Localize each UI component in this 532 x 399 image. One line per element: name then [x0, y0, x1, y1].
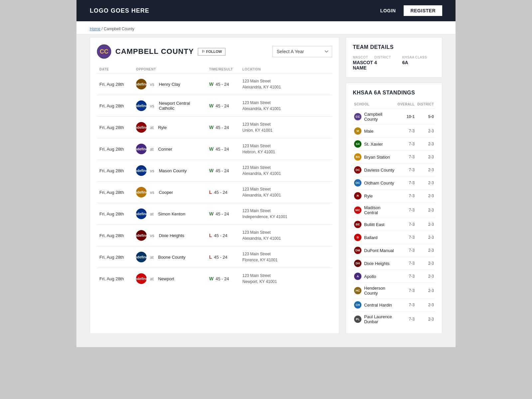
- game-opponent[interactable]: undefined at Ryle: [133, 117, 206, 138]
- standings-school-name[interactable]: Oldham County: [364, 181, 394, 186]
- standings-school-name[interactable]: Bryan Station: [364, 155, 390, 160]
- opponent-logo: undefined: [136, 100, 147, 111]
- standings-school-name[interactable]: Daviess County: [364, 168, 394, 173]
- game-result: W 45 - 24: [206, 203, 240, 225]
- opponent-name[interactable]: Newport Central Catholic: [159, 101, 204, 111]
- game-opponent[interactable]: undefined at Conner: [133, 138, 206, 160]
- standings-school-name[interactable]: Ballard: [364, 235, 377, 240]
- game-opponent[interactable]: undefined vs Henry Clay: [133, 73, 206, 95]
- standings-school-cell[interactable]: B Ballard: [353, 231, 396, 244]
- team-details-card: TEAM DETAILS MASCOT MASCOT NAME DISTRICT…: [346, 37, 442, 77]
- standings-overall: 7-3: [396, 270, 416, 283]
- standings-overall: 7-3: [396, 125, 416, 138]
- standings-col-overall: OVERALL: [396, 101, 416, 109]
- standings-col-district: DISTRICT: [416, 101, 435, 109]
- follow-button[interactable]: ⚐ FOLLOW: [198, 48, 226, 56]
- opponent-name[interactable]: Newport: [158, 276, 174, 281]
- opponent-name[interactable]: Simon Kenton: [158, 211, 185, 216]
- standings-school-cell[interactable]: DH Dixie Heights: [353, 257, 396, 270]
- standings-row: SX St. Xavier 7-3 2-3: [353, 138, 435, 151]
- game-address: 123 Main Street: [242, 186, 330, 192]
- opponent-prefix: vs: [150, 233, 156, 238]
- game-location: 123 Main Street Alexandria, KY 41001: [240, 160, 332, 182]
- standings-school-name[interactable]: St. Xavier: [364, 142, 383, 147]
- year-select[interactable]: Select A Year 2024 2023 2022: [272, 46, 332, 57]
- standings-school-name[interactable]: Male: [364, 129, 373, 134]
- standings-district: 2-3: [416, 151, 435, 164]
- standings-school-name[interactable]: Campbell County: [364, 112, 395, 122]
- standings-district: 2-3: [416, 125, 435, 138]
- breadcrumb-home[interactable]: Home: [90, 27, 100, 31]
- game-location: 123 Main Street Alexandria, KY 41001: [240, 95, 332, 117]
- opponent-name[interactable]: Conner: [158, 147, 172, 152]
- game-opponent[interactable]: undefined vs Mason County: [133, 160, 206, 182]
- result-letter: W: [209, 211, 213, 216]
- game-result: W 45 - 24: [206, 160, 240, 182]
- game-date: Fri, Aug 28th: [97, 225, 133, 246]
- game-location: 123 Main Street Newport, KY 41001: [240, 268, 332, 290]
- opponent-logo: undefined: [136, 165, 147, 176]
- result-letter: L: [209, 254, 212, 260]
- standings-school-cell[interactable]: SX St. Xavier: [353, 138, 396, 151]
- result-letter: W: [209, 276, 213, 281]
- opponent-name[interactable]: Dixie Heights: [159, 233, 185, 238]
- game-city: Alexandria, KY 41001: [242, 84, 330, 90]
- team-header: CC CAMPBELL COUNTY ⚐ FOLLOW Select A Yea…: [97, 44, 332, 59]
- standings-school-name[interactable]: Central Hardin: [364, 303, 392, 308]
- game-location: 123 Main Street Independence, KY 41001: [240, 203, 332, 225]
- opponent-name[interactable]: Ryle: [158, 125, 167, 130]
- game-opponent[interactable]: undefined at Boone County: [133, 246, 206, 268]
- standings-school-name[interactable]: Dixie Heights: [364, 261, 390, 266]
- opponent-name[interactable]: Boone County: [158, 255, 185, 260]
- standings-school-cell[interactable]: CH Central Hardin: [353, 299, 396, 312]
- standings-overall: 7-3: [396, 218, 416, 231]
- game-address: 123 Main Street: [242, 121, 330, 127]
- standings-overall: 7-3: [396, 257, 416, 270]
- standings-school-cell[interactable]: R Ryle: [353, 190, 396, 202]
- game-location: 123 Main Street Florence, KY 41001: [240, 246, 332, 268]
- game-address: 123 Main Street: [242, 143, 330, 149]
- standings-school-name[interactable]: DuPont Manual: [364, 248, 394, 253]
- game-address: 123 Main Street: [242, 229, 330, 235]
- standings-school-cell[interactable]: DC Daviess County: [353, 164, 396, 177]
- standings-school-cell[interactable]: M Male: [353, 125, 396, 138]
- standings-school-cell[interactable]: HC Henderson County: [353, 283, 396, 299]
- standings-school-name[interactable]: Apollo: [364, 274, 376, 279]
- standings-overall: 7-3: [396, 138, 416, 151]
- opponent-name[interactable]: Mason County: [159, 168, 187, 173]
- standings-school-cell[interactable]: BS Bryan Station: [353, 151, 396, 164]
- register-button[interactable]: REGISTER: [404, 5, 442, 16]
- year-select-wrapper[interactable]: Select A Year 2024 2023 2022: [272, 46, 332, 57]
- standings-school-cell[interactable]: A Apollo: [353, 270, 396, 283]
- standings-school-cell[interactable]: DM DuPont Manual: [353, 244, 396, 257]
- standings-school-cell[interactable]: BE Bullitt East: [353, 218, 396, 231]
- standings-school-cell[interactable]: OC Oldham County: [353, 177, 396, 190]
- game-opponent[interactable]: undefined vs Newport Central Catholic: [133, 95, 206, 117]
- team-logo: CC: [97, 44, 111, 59]
- standings-row: CC Campbell County 10-1 5-0: [353, 109, 435, 125]
- game-opponent[interactable]: undefined vs Cooper: [133, 182, 206, 203]
- standings-school-cell[interactable]: CC Campbell County: [353, 109, 396, 125]
- standings-school-name[interactable]: Bullitt East: [364, 222, 384, 227]
- standings-card: KHSAA 6A STANDINGS SCHOOL OVERALL DISTRI…: [346, 83, 442, 334]
- game-address: 123 Main Street: [242, 165, 330, 171]
- login-button[interactable]: LOGIN: [380, 8, 396, 13]
- standings-school-name[interactable]: Paul Laurence Dunbar: [364, 314, 395, 324]
- svg-text:CC: CC: [100, 48, 108, 55]
- standings-school-name[interactable]: Henderson County: [364, 286, 395, 296]
- result-letter: L: [209, 233, 212, 238]
- opponent-logo: undefined: [136, 122, 147, 133]
- standings-school-cell[interactable]: PL Paul Laurence Dunbar: [353, 312, 396, 327]
- opponent-name[interactable]: Cooper: [159, 190, 173, 195]
- opponent-name[interactable]: Henry Clay: [159, 82, 180, 87]
- game-opponent[interactable]: undefined at Newport: [133, 268, 206, 290]
- standings-school-name[interactable]: Ryle: [364, 194, 373, 199]
- standings-school-cell[interactable]: MC Madison Central: [353, 202, 396, 218]
- game-city: Alexandria, KY 41001: [242, 106, 330, 112]
- game-opponent[interactable]: undefined at Simon Kenton: [133, 203, 206, 225]
- game-date: Fri, Aug 28th: [97, 182, 133, 203]
- game-opponent[interactable]: undefined vs Dixie Heights: [133, 225, 206, 246]
- header: LOGO GOES HERE LOGIN REGISTER: [76, 0, 456, 21]
- standings-school-name[interactable]: Madison Central: [364, 205, 395, 215]
- result-score: 45 - 24: [215, 147, 229, 152]
